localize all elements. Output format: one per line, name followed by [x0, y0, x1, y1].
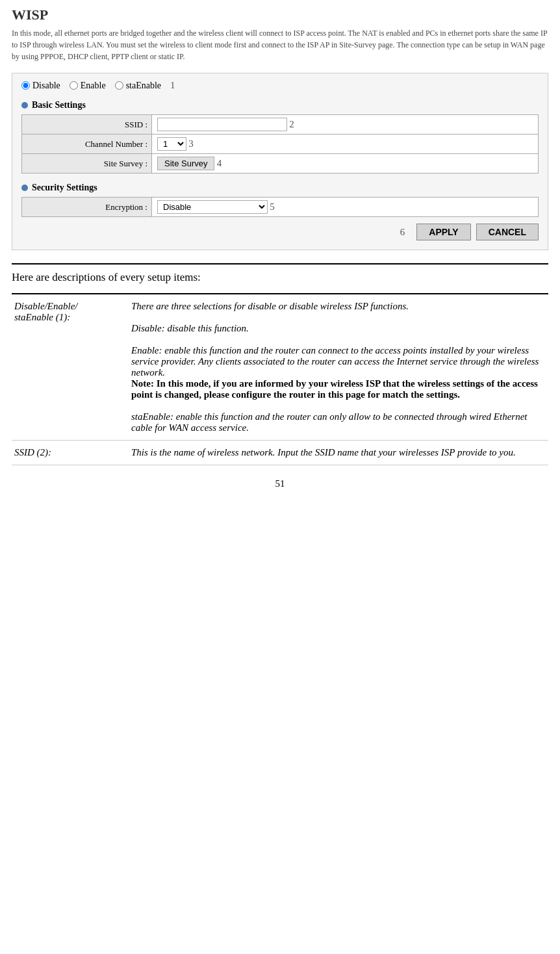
cancel-button[interactable]: CANCEL [476, 224, 539, 240]
disable-radio[interactable] [21, 81, 30, 90]
encryption-row: Encryption : Disable WEP WPA WPA2 5 [22, 198, 539, 217]
encryption-value-cell: Disable WEP WPA WPA2 5 [152, 198, 539, 217]
staenable-radio-label[interactable]: staEnable [115, 81, 161, 91]
channel-value-cell: 1 2 3 4 5 6 7 8 9 10 11 3 [152, 135, 539, 154]
desc-row-2: SSID (2): This is the name of wireless n… [12, 441, 548, 465]
desc-term-2: SSID (2): [12, 441, 129, 465]
disable-radio-label[interactable]: Disable [21, 81, 60, 91]
channel-label: Channel Number : [22, 135, 152, 154]
apply-button[interactable]: APPLY [416, 224, 470, 240]
config-box: Disable Enable staEnable 1 Basic Setting… [12, 73, 548, 250]
site-survey-value-cell: Site Survey 4 [152, 154, 539, 174]
radio-row: Disable Enable staEnable 1 [21, 80, 539, 91]
security-section: Security Settings Encryption : Disable W… [21, 183, 539, 217]
enable-radio[interactable] [70, 81, 78, 90]
annotation-6: 6 [400, 227, 405, 238]
staenable-radio[interactable] [115, 81, 123, 90]
page-number: 51 [12, 478, 548, 489]
security-settings-label: Security Settings [21, 183, 539, 193]
wisp-title: WISP [12, 6, 548, 23]
ssid-value-cell: 2 [152, 115, 539, 135]
security-settings-bullet [21, 185, 28, 191]
site-survey-row: Site Survey : Site Survey 4 [22, 154, 539, 174]
channel-select[interactable]: 1 2 3 4 5 6 7 8 9 10 11 [157, 137, 186, 151]
action-row: 6 APPLY CANCEL [21, 224, 539, 240]
annotation-2: 2 [289, 119, 294, 129]
security-settings-table: Encryption : Disable WEP WPA WPA2 5 [21, 197, 539, 217]
annotation-3: 3 [188, 138, 194, 149]
desc-intro: Here are descriptions of every setup ite… [12, 271, 548, 284]
basic-settings-label: Basic Settings [21, 100, 539, 110]
wisp-description: In this mode, all ethernet ports are bri… [12, 27, 548, 62]
site-survey-label: Site Survey : [22, 154, 152, 174]
channel-row: Channel Number : 1 2 3 4 5 6 7 8 9 10 11 [22, 135, 539, 154]
annotation-5: 5 [270, 201, 275, 212]
encryption-select[interactable]: Disable WEP WPA WPA2 [157, 200, 268, 214]
annotation-1: 1 [170, 80, 175, 91]
enable-label: Enable [81, 81, 106, 91]
staenable-label: staEnable [126, 81, 161, 91]
enable-radio-label[interactable]: Enable [70, 81, 106, 91]
encryption-label: Encryption : [22, 198, 152, 217]
desc-term-1: Disable/Enable/staEnable (1): [12, 294, 129, 441]
annotation-4: 4 [217, 158, 222, 168]
basic-settings-bullet [21, 102, 28, 109]
disable-label: Disable [32, 81, 60, 91]
ssid-input[interactable] [157, 118, 287, 131]
desc-def-2: This is the name of wireless network. In… [129, 441, 548, 465]
ssid-label: SSID : [22, 115, 152, 135]
site-survey-button[interactable]: Site Survey [157, 157, 214, 170]
basic-settings-table: SSID : 2 Channel Number : 1 2 3 4 5 6 [21, 114, 539, 174]
page-content: WISP In this mode, all ethernet ports ar… [0, 0, 560, 509]
ssid-row: SSID : 2 [22, 115, 539, 135]
desc-def-1: There are three selections for disable o… [129, 294, 548, 441]
desc-table: Disable/Enable/staEnable (1): There are … [12, 293, 548, 465]
divider-top [12, 263, 548, 264]
desc-row-1: Disable/Enable/staEnable (1): There are … [12, 294, 548, 441]
